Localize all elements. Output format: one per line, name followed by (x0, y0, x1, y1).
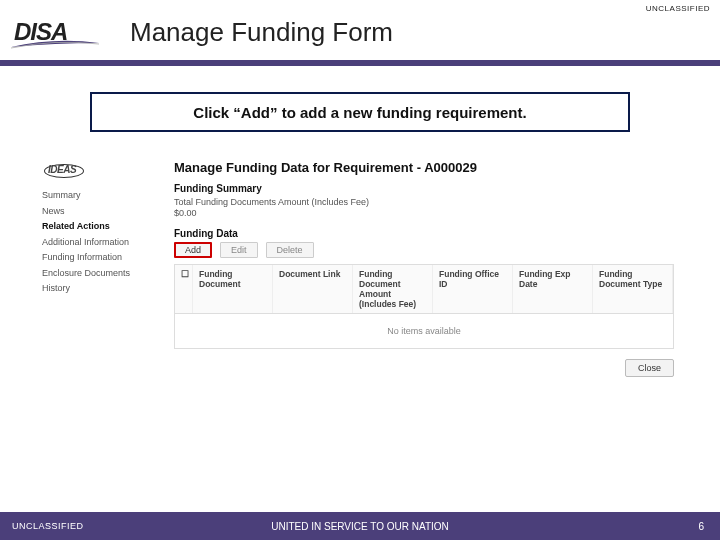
delete-button[interactable]: Delete (266, 242, 314, 258)
col-funding-doc-type: Funding Document Type (593, 265, 673, 313)
edit-button[interactable]: Edit (220, 242, 258, 258)
page-number: 6 (698, 521, 704, 532)
add-button[interactable]: Add (174, 242, 212, 258)
nav-item-history[interactable]: History (42, 281, 150, 297)
nav-item-news[interactable]: News (42, 204, 150, 220)
funding-data-table: ☐ Funding Document Document Link Funding… (174, 264, 674, 349)
nav-item-related-actions[interactable]: Related Actions (42, 219, 150, 235)
col-funding-office-id: Funding Office ID (433, 265, 513, 313)
footer-motto: UNITED IN SERVICE TO OUR NATION (0, 521, 720, 532)
header-divider (0, 60, 720, 66)
funding-summary-heading: Funding Summary (174, 183, 678, 194)
table-header-checkbox[interactable]: ☐ (175, 265, 193, 313)
instruction-callout: Click “Add” to add a new funding require… (90, 92, 630, 132)
nav-item-additional-info[interactable]: Additional Information (42, 235, 150, 251)
close-button[interactable]: Close (625, 359, 674, 377)
ideas-logo: IDEAS (44, 162, 84, 178)
ideas-logo-text: IDEAS (48, 164, 76, 175)
col-document-link: Document Link (273, 265, 353, 313)
header-bar: DISA Manage Funding Form (0, 6, 720, 58)
logo-swoosh-icon (11, 39, 99, 49)
main-content: Manage Funding Data for Requirement - A0… (174, 160, 678, 377)
total-funding-amount: $0.00 (174, 208, 678, 218)
col-funding-document: Funding Document (193, 265, 273, 313)
side-nav: Summary News Related Actions Additional … (42, 188, 150, 297)
table-empty-message: No items available (175, 314, 673, 348)
col-funding-exp-date: Funding Exp Date (513, 265, 593, 313)
nav-item-enclosure-docs[interactable]: Enclosure Documents (42, 266, 150, 282)
app-screenshot: IDEAS Summary News Related Actions Addit… (42, 160, 678, 410)
disa-logo: DISA (14, 13, 102, 51)
page-heading: Manage Funding Data for Requirement - A0… (174, 160, 678, 175)
nav-item-summary[interactable]: Summary (42, 188, 150, 204)
col-funding-amount: Funding Document Amount (Includes Fee) (353, 265, 433, 313)
slide-title: Manage Funding Form (130, 17, 393, 48)
nav-item-funding-info[interactable]: Funding Information (42, 250, 150, 266)
funding-data-heading: Funding Data (174, 228, 678, 239)
instruction-text: Click “Add” to add a new funding require… (193, 104, 526, 121)
table-header-row: ☐ Funding Document Document Link Funding… (175, 265, 673, 314)
close-row: Close (174, 359, 674, 377)
footer-bar: UNCLASSIFIED UNITED IN SERVICE TO OUR NA… (0, 512, 720, 540)
classification-bottom: UNCLASSIFIED (12, 521, 84, 531)
total-funding-label: Total Funding Documents Amount (Includes… (174, 197, 678, 207)
funding-data-toolbar: Add Edit Delete (174, 242, 678, 258)
